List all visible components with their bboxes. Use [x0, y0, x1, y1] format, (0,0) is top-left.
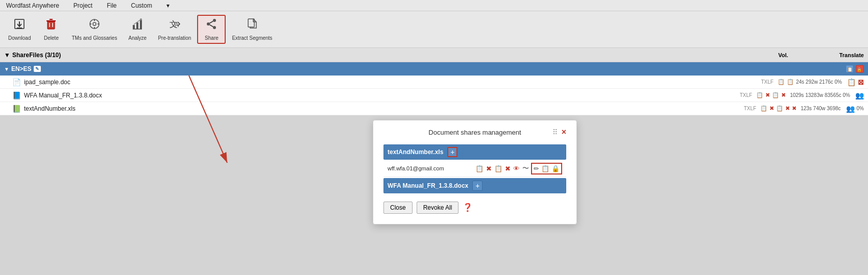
file-name-0: ipad_sample.doc: [24, 79, 70, 86]
analyze-icon: [131, 18, 143, 33]
modal-title: Document shares management: [428, 129, 521, 136]
language-badge: ✎: [34, 66, 41, 72]
svg-point-21: [213, 19, 216, 22]
extract-icon: [246, 18, 258, 33]
download-label: Download: [8, 35, 31, 41]
action-eye-icon[interactable]: 👁: [513, 164, 520, 173]
action-copy-icon[interactable]: 📋: [475, 164, 484, 173]
share-list: textAndNumber.xls + wff.wfa.01@gmail.com…: [383, 144, 566, 193]
pretranslation-label: Pre-translation: [158, 35, 191, 41]
share-add-button-0[interactable]: +: [447, 147, 457, 157]
menu-wordfast[interactable]: Wordfast Anywhere: [4, 1, 61, 10]
file-row-2: 📗 textAndNumber.xls TXLF 📋 ✖ 📋 ✖ ✖ 123s …: [0, 102, 868, 115]
translate-icon-1: 📋: [846, 65, 854, 73]
action-clipboard-icon[interactable]: 📋: [541, 164, 550, 173]
revoke-all-button[interactable]: Revoke All: [417, 202, 459, 214]
extract-button[interactable]: Extract Segments: [228, 16, 276, 43]
file-row-0: 📄 ipad_sample.doc TXLF 📋 📋 24s 292w 2176…: [0, 76, 868, 89]
action-remove-icon[interactable]: ✖: [486, 164, 492, 173]
file-meta-1: TXLF 📋 ✖ 📋 ✖ 1029s 13283w 83565c 0% 👥: [740, 91, 864, 99]
share-filename-0: textAndNumber.xls: [388, 148, 443, 156]
language-label: EN>ES: [11, 65, 32, 72]
file-meta-2: TXLF 📋 ✖ 📋 ✖ ✖ 123s 740w 3698c 👥 0%: [744, 105, 864, 113]
share-email-0: wff.wfa.01@gmail.com: [388, 165, 475, 171]
share-icon: [205, 18, 218, 33]
menu-project[interactable]: Project: [71, 1, 94, 10]
file-icon-2: 📗: [12, 105, 21, 113]
menu-bar: Wordfast Anywhere Project File Custom ▾: [0, 0, 868, 11]
share-email-actions-0: 📋 ✖ 📋 ✖ 👁 〜 ✏ 📋 🔒: [475, 163, 562, 174]
file-icon-1: 📘: [12, 91, 21, 99]
edit-group: ✏ 📋 🔒: [531, 163, 562, 174]
file-stats-0: 24s 292w 2176c 0%: [796, 79, 842, 85]
share-email-row-0: wff.wfa.01@gmail.com 📋 ✖ 📋 ✖ 👁 〜 ✏ 📋 🔒: [383, 161, 566, 177]
sharefiles-title: ShareFiles (3/10): [12, 52, 61, 59]
modal-drag-icon[interactable]: ⠿: [552, 128, 558, 136]
modal-footer: Close Revoke All ❓: [383, 202, 566, 214]
menu-file[interactable]: File: [105, 1, 118, 10]
sharefiles-panel: ▼ ShareFiles (3/10) Vol. Translate ▼ EN>…: [0, 48, 868, 115]
action-tilde-icon[interactable]: 〜: [522, 163, 529, 173]
file-meta-0: TXLF 📋 📋 24s 292w 2176c 0% 📋 ⊠: [761, 78, 864, 86]
delete-icon: [45, 18, 57, 33]
svg-text:📋: 📋: [847, 66, 853, 72]
tms-icon: [88, 18, 101, 33]
help-icon[interactable]: ❓: [463, 203, 473, 212]
menu-more[interactable]: ▾: [164, 1, 172, 10]
share-add-button-1[interactable]: +: [472, 181, 483, 191]
svg-line-25: [210, 21, 213, 23]
file-name-2: textAndNumber.xls: [24, 105, 76, 112]
main-content: ▼ ShareFiles (3/10) Vol. Translate ▼ EN>…: [0, 48, 868, 275]
translate-icon-2: 🔒: [856, 65, 864, 73]
action-lock-icon[interactable]: 🔒: [551, 164, 560, 173]
svg-rect-15: [136, 22, 138, 29]
svg-text:🔒: 🔒: [857, 67, 862, 72]
pretranslation-button[interactable]: 文 A Pre-translation: [154, 16, 195, 43]
col-translate: Translate: [839, 52, 864, 58]
svg-line-24: [210, 25, 213, 27]
svg-rect-3: [47, 21, 55, 29]
col-vol: Vol.: [778, 52, 788, 58]
menu-custom[interactable]: Custom: [129, 1, 154, 10]
share-filename-1: WFA Manual_FR_1.3.8.docx: [388, 182, 468, 189]
tms-label: TMs and Glossaries: [71, 35, 117, 41]
svg-rect-16: [140, 20, 142, 29]
file-icon-0: 📄: [12, 78, 21, 86]
svg-point-22: [207, 22, 210, 26]
delete-button[interactable]: Delete: [37, 16, 65, 43]
modal-title-bar: Document shares management ⠿ ×: [383, 129, 566, 136]
expand-icon[interactable]: ▼: [4, 52, 10, 59]
language-row: ▼ EN>ES ✎ 📋 🔒: [0, 62, 868, 76]
toolbar: Download Delete TMs and Glossarie: [0, 11, 868, 48]
download-icon: [13, 18, 26, 33]
extract-label: Extract Segments: [232, 35, 272, 41]
action-copy2-icon[interactable]: 📋: [494, 164, 503, 173]
share-label: Share: [205, 35, 219, 41]
svg-rect-14: [133, 25, 135, 29]
file-stats-1: 1029s 13283w 83565c 0%: [790, 92, 850, 98]
action-remove2-icon[interactable]: ✖: [504, 164, 511, 173]
share-button[interactable]: Share: [197, 15, 226, 44]
pretranslation-icon: 文 A: [168, 18, 181, 33]
file-name-1: WFA Manual_FR_1.3.8.docx: [24, 92, 102, 99]
action-edit-icon[interactable]: ✏: [533, 164, 540, 173]
file-row-1: 📘 WFA Manual_FR_1.3.8.docx TXLF 📋 ✖ 📋 ✖ …: [0, 89, 868, 102]
share-file-row-1: WFA Manual_FR_1.3.8.docx +: [383, 178, 566, 193]
modal-close-button[interactable]: ×: [562, 128, 566, 137]
analyze-button[interactable]: Analyze: [123, 16, 152, 43]
modal-dialog: Document shares management ⠿ × textAndNu…: [373, 120, 577, 224]
lang-chevron-icon: ▼: [4, 66, 9, 72]
delete-label: Delete: [44, 35, 59, 41]
tms-button[interactable]: TMs and Glossaries: [67, 16, 121, 43]
share-file-row-0: textAndNumber.xls +: [383, 144, 566, 160]
svg-point-23: [213, 26, 216, 29]
close-button[interactable]: Close: [383, 202, 413, 214]
analyze-label: Analyze: [129, 35, 147, 41]
file-stats-2: 123s 740w 3698c: [801, 106, 840, 111]
download-button[interactable]: Download: [4, 16, 35, 43]
svg-point-18: [140, 18, 142, 20]
modal-controls: ⠿ ×: [552, 128, 566, 137]
